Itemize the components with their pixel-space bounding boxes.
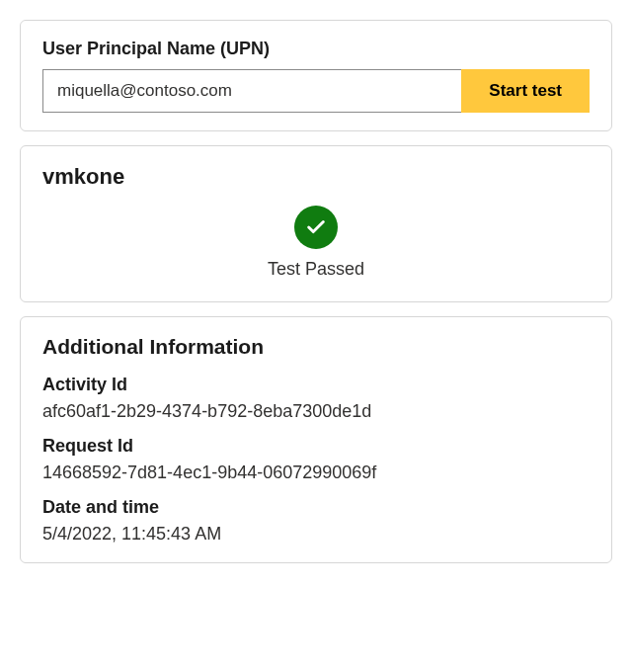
result-card: vmkone Test Passed (20, 145, 612, 302)
additional-info-title: Additional Information (42, 335, 590, 359)
start-test-button[interactable]: Start test (461, 69, 590, 113)
additional-info-card: Additional Information Activity Id afc60… (20, 316, 612, 563)
check-icon (294, 206, 338, 249)
vm-name: vmkone (42, 164, 590, 190)
activity-id-label: Activity Id (42, 375, 590, 395)
upn-input[interactable] (42, 69, 461, 113)
status-text: Test Passed (268, 259, 364, 280)
status-wrap: Test Passed (42, 206, 590, 280)
request-id-value: 14668592-7d81-4ec1-9b44-06072990069f (42, 462, 590, 483)
upn-card: User Principal Name (UPN) Start test (20, 20, 612, 131)
date-time-label: Date and time (42, 497, 590, 518)
date-time-value: 5/4/2022, 11:45:43 AM (42, 524, 590, 545)
upn-label: User Principal Name (UPN) (42, 39, 590, 59)
upn-input-row: Start test (42, 69, 590, 113)
request-id-label: Request Id (42, 436, 590, 457)
activity-id-value: afc60af1-2b29-4374-b792-8eba7300de1d (42, 401, 590, 422)
